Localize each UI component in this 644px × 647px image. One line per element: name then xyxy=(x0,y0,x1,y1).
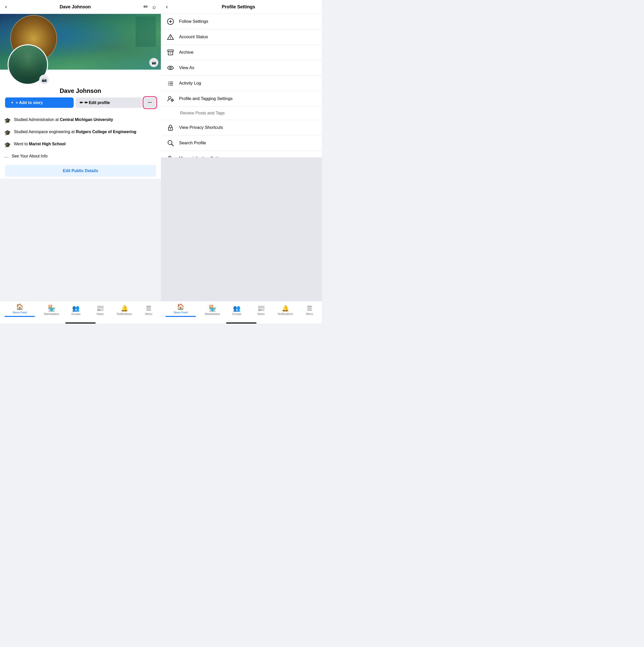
settings-item-activity-log[interactable]: Activity Log xyxy=(161,76,322,91)
settings-item-account-status[interactable]: Account Status xyxy=(161,29,322,45)
view-as-label: View As xyxy=(179,65,194,70)
right-nav-item-menu[interactable]: ☰ Menu xyxy=(302,305,317,315)
right-news-icon: 📰 xyxy=(257,305,265,312)
settings-item-search-profile[interactable]: Search Profile xyxy=(161,135,322,151)
bottom-nav-left: 🏠 News Feed 🏪 Marketplace 👥 Groups 📰 New… xyxy=(0,301,161,321)
page-title: Dave Johnson xyxy=(60,4,91,10)
nav-label-marketplace: Marketplace xyxy=(44,312,59,315)
memorialization-icon xyxy=(166,155,175,157)
bio-list: 🎓 Studied Administration at Central Mich… xyxy=(0,115,161,163)
archive-icon xyxy=(166,49,175,56)
svg-point-13 xyxy=(168,83,169,84)
nav-label-groups: Groups xyxy=(71,312,80,315)
follow-settings-label: Follow Settings xyxy=(179,19,208,24)
nav-item-news[interactable]: 📰 News xyxy=(93,305,108,315)
nav-item-menu[interactable]: ☰ Menu xyxy=(141,305,156,315)
nav-label-news: News xyxy=(97,312,104,315)
archive-label: Archive xyxy=(179,50,193,55)
cover-camera-button[interactable]: 📷 xyxy=(149,58,158,67)
right-nav-item-notifications[interactable]: 🔔 Notifications xyxy=(278,305,293,315)
more-options-button[interactable]: ··· xyxy=(144,97,156,108)
marketplace-icon: 🏪 xyxy=(48,305,55,312)
bio-item-highschool: 🎓 Went to Marist High School xyxy=(3,139,158,151)
right-nav-label-notifications: Notifications xyxy=(278,312,293,315)
right-home-icon: 🏠 xyxy=(177,303,184,310)
right-nav-label-menu: Menu xyxy=(306,312,313,315)
home-indicator-left xyxy=(65,322,96,324)
nav-item-newsfeed[interactable]: 🏠 News Feed xyxy=(5,303,35,317)
nav-label-notifications: Notifications xyxy=(117,312,132,315)
profile-actions: ＋ + Add to story ✏ ✏ Edit profile ··· xyxy=(5,97,156,108)
svg-point-10 xyxy=(170,67,171,69)
news-icon: 📰 xyxy=(96,305,104,312)
back-button[interactable]: ‹ xyxy=(5,4,7,10)
education-icon-2: 🎓 xyxy=(4,130,11,136)
svg-line-27 xyxy=(171,144,173,146)
nav-item-groups[interactable]: 👥 Groups xyxy=(68,305,83,315)
more-dots-icon: ··· xyxy=(4,154,9,160)
right-nav-label-newsfeed: News Feed xyxy=(173,311,188,314)
nav-item-marketplace[interactable]: 🏪 Marketplace xyxy=(44,305,59,315)
content-spacer xyxy=(0,179,161,301)
edit-profile-button[interactable]: ✏ ✏ Edit profile xyxy=(76,97,142,108)
edit-icon[interactable]: ✏ xyxy=(143,4,148,10)
edit-public-details-button[interactable]: Edit Public Details xyxy=(5,165,156,177)
account-status-icon xyxy=(166,33,175,41)
settings-back-button[interactable]: ‹ xyxy=(166,4,168,10)
education-icon-1: 🎓 xyxy=(4,118,11,124)
menu-icon: ☰ xyxy=(146,305,152,312)
settings-item-memorialization[interactable]: Memorialization Settings xyxy=(161,151,322,157)
svg-point-25 xyxy=(170,128,171,129)
right-groups-icon: 👥 xyxy=(233,305,241,312)
home-indicator-right xyxy=(226,322,256,324)
activity-log-icon xyxy=(166,80,175,87)
settings-item-review-posts[interactable]: Review Posts and Tags xyxy=(161,106,322,120)
avatar-camera-button[interactable]: 📷 xyxy=(39,75,49,85)
settings-item-archive[interactable]: Archive xyxy=(161,45,322,60)
settings-item-follow[interactable]: Follow Settings xyxy=(161,14,322,29)
privacy-shortcuts-label: View Privacy Shortcuts xyxy=(179,125,223,130)
follow-settings-icon xyxy=(166,18,175,25)
settings-title: Profile Settings xyxy=(168,4,317,10)
svg-point-19 xyxy=(172,100,173,101)
right-menu-icon: ☰ xyxy=(307,305,312,312)
plus-icon: ＋ xyxy=(10,100,14,105)
settings-item-privacy-shortcuts[interactable]: View Privacy Shortcuts xyxy=(161,120,322,135)
cover-photo: 📷 📷 xyxy=(0,14,161,70)
profile-tagging-label: Profile and Tagging Settings xyxy=(179,96,232,101)
svg-point-9 xyxy=(168,66,173,70)
nav-active-indicator xyxy=(5,316,35,317)
bio-item-about[interactable]: ··· See Your About Info xyxy=(3,151,158,163)
right-marketplace-icon: 🏪 xyxy=(209,305,216,312)
left-panel: ‹ Dave Johnson ✏ ⌕ 📷 📷 Dave Johnson ＋ + … xyxy=(0,0,161,324)
add-to-story-button[interactable]: ＋ + Add to story xyxy=(5,97,74,108)
settings-item-view-as[interactable]: View As xyxy=(161,60,322,76)
settings-item-profile-tagging[interactable]: Profile and Tagging Settings xyxy=(161,91,322,106)
right-nav-item-groups[interactable]: 👥 Groups xyxy=(229,305,244,315)
bio-item-administration: 🎓 Studied Administration at Central Mich… xyxy=(3,115,158,127)
profile-tagging-icon xyxy=(166,95,175,102)
search-profile-icon xyxy=(166,139,175,147)
privacy-shortcuts-icon xyxy=(166,124,175,131)
right-nav-item-news[interactable]: 📰 News xyxy=(253,305,269,315)
groups-icon: 👥 xyxy=(72,305,80,312)
education-icon-3: 🎓 xyxy=(4,142,11,148)
review-posts-label: Review Posts and Tags xyxy=(180,111,225,116)
search-profile-label: Search Profile xyxy=(179,141,206,146)
right-nav-item-newsfeed[interactable]: 🏠 News Feed xyxy=(165,303,196,317)
settings-list: Follow Settings Account Status xyxy=(161,14,322,157)
nav-label-newsfeed: News Feed xyxy=(13,311,27,314)
svg-point-15 xyxy=(168,85,169,85)
right-panel: ‹ Profile Settings Follow Settings xyxy=(161,0,322,324)
right-nav-item-marketplace[interactable]: 🏪 Marketplace xyxy=(205,305,220,315)
settings-header: ‹ Profile Settings xyxy=(161,0,322,14)
notifications-icon: 🔔 xyxy=(120,305,128,312)
right-nav-label-news: News xyxy=(257,312,264,315)
svg-point-11 xyxy=(168,82,169,82)
nav-item-notifications[interactable]: 🔔 Notifications xyxy=(117,305,132,315)
right-nav-active-indicator xyxy=(165,316,196,317)
search-icon[interactable]: ⌕ xyxy=(153,4,156,10)
left-header: ‹ Dave Johnson ✏ ⌕ xyxy=(0,0,161,14)
bio-item-aerospace: 🎓 Studied Aerospace engineering at Rutge… xyxy=(3,127,158,139)
svg-point-17 xyxy=(168,96,171,99)
